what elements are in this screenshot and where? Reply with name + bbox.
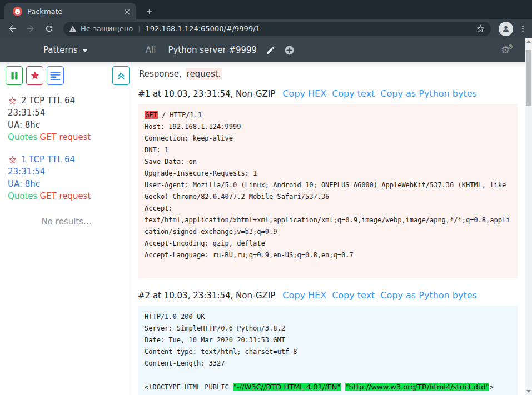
- stream-entry-title: 2 TCP TTL 64: [8, 94, 133, 107]
- stream-user-agent: UA: 8hc: [8, 119, 133, 131]
- url-divider: |: [138, 24, 140, 33]
- payload-line: User-Agent: Mozilla/5.0 (Linux; Android …: [145, 179, 511, 203]
- stream-entry[interactable]: 1 TCP TTL 6423:31:54UA: 8hcQuotesGET req…: [8, 153, 133, 202]
- back-button[interactable]: [4, 21, 20, 37]
- copy-action-link[interactable]: Copy as Python bytes: [380, 290, 477, 301]
- packet-header: #1 at 10.03, 23:31:54, Non-GZIPCopy HEXC…: [138, 88, 518, 99]
- packet-header: #2 at 10.03, 23:31:54, Non-GZIPCopy HEXC…: [138, 290, 518, 301]
- patterns-dropdown[interactable]: Patterns: [43, 45, 88, 55]
- stream-detail: Response, request. #1 at 10.03, 23:31:54…: [133, 62, 525, 395]
- scroll-up-arrow[interactable]: [525, 38, 532, 45]
- stream-entry[interactable]: 2 TCP TTL 6423:31:54UA: 8hcQuotesGET req…: [8, 94, 133, 143]
- stream-tag: GET request: [39, 132, 91, 142]
- packmate-favicon-icon: [13, 7, 22, 16]
- add-pattern-button[interactable]: [284, 45, 295, 56]
- page-scrollbar[interactable]: [525, 38, 532, 395]
- double-chevron-up-icon: [116, 71, 126, 81]
- stream-user-agent: UA: 8hc: [8, 178, 133, 190]
- bookmark-star-icon[interactable]: [476, 24, 485, 33]
- payload-line: Host: 192.168.1.124:9999: [145, 121, 511, 133]
- browser-tab-bar: Packmate: [0, 0, 532, 19]
- pause-capture-button[interactable]: [6, 66, 23, 85]
- payload-line: Accept: text/html,application/xhtml+xml,…: [145, 203, 511, 238]
- packet-payload[interactable]: HTTP/1.0 200 OKServer: SimpleHTTP/0.6 Py…: [138, 306, 518, 395]
- payload-line: Content-type: text/html; charset=utf-8: [145, 346, 511, 358]
- forward-arrow-icon: [25, 23, 36, 34]
- payload-line: Connection: keep-alive: [145, 133, 511, 144]
- payload-line: DNT: 1: [145, 144, 511, 156]
- stream-tags: QuotesGET request: [8, 190, 133, 202]
- payload-line: GET / HTTP/1.1: [145, 109, 511, 121]
- gear-small-icon: ⚙: [508, 44, 513, 50]
- copy-action-link[interactable]: Copy text: [332, 290, 375, 301]
- copy-action-link[interactable]: Copy as Python bytes: [380, 88, 477, 99]
- stream-list: 2 TCP TTL 6423:31:54UA: 8hcQuotesGET req…: [0, 85, 133, 202]
- stream-tag: GET request: [39, 191, 91, 201]
- reload-button[interactable]: [41, 21, 57, 37]
- forward-button[interactable]: [22, 21, 38, 37]
- payload-line: Upgrade-Insecure-Requests: 1: [145, 168, 511, 179]
- payload-line: <!DOCTYPE HTML PUBLIC "-//W3C//DTD HTML …: [145, 381, 511, 393]
- security-label[interactable]: Не защищено: [81, 24, 133, 33]
- back-arrow-icon: [7, 23, 18, 34]
- not-secure-warning-icon: [69, 25, 77, 33]
- payload-line: HTTP/1.0 200 OK: [145, 311, 511, 323]
- highlight-green: "-//W3C//DTD HTML 4.01//EN": [233, 383, 341, 391]
- favorites-filter-button[interactable]: [26, 66, 43, 85]
- new-tab-button[interactable]: [141, 3, 157, 19]
- packet-meta: #1 at 10.03, 23:31:54, Non-GZIP: [138, 89, 275, 99]
- packet-request: #1 at 10.03, 23:31:54, Non-GZIPCopy HEXC…: [138, 88, 518, 278]
- chevron-down-icon: [82, 49, 88, 52]
- pencil-icon: [266, 46, 275, 55]
- scroll-down-arrow[interactable]: [525, 388, 532, 395]
- packet-meta: #2 at 10.03, 23:31:54, Non-GZIP: [138, 291, 275, 301]
- star-icon: [30, 71, 40, 81]
- active-pattern-name[interactable]: Python server #9999: [168, 45, 257, 55]
- stream-time: 23:31:54: [8, 107, 133, 119]
- stream-entry-title: 1 TCP TTL 64: [8, 153, 133, 166]
- tab-close-icon[interactable]: [122, 6, 132, 16]
- profile-avatar[interactable]: [499, 22, 513, 36]
- page-content: 2 TCP TTL 6423:31:54UA: 8hcQuotesGET req…: [0, 62, 525, 395]
- content-view-button[interactable]: [47, 66, 64, 85]
- stream-sidebar: 2 TCP TTL 6423:31:54UA: 8hcQuotesGET req…: [0, 62, 133, 395]
- stream-time: 23:31:54: [8, 166, 133, 178]
- sidebar-toolbar: [0, 62, 133, 85]
- url-text[interactable]: 192.168.1.124:65000/#/9999/1: [146, 24, 476, 33]
- payload-line: [145, 369, 511, 381]
- payload-line: Accept-Encoding: gzip, deflate: [145, 238, 511, 249]
- app-header: Patterns All Python server #9999 ⚙ ⚙: [0, 38, 525, 62]
- stream-tags: QuotesGET request: [8, 131, 133, 143]
- stream-tag: Quotes: [8, 191, 37, 201]
- browser-window: Packmate Не защищено | 192.168.1.124:650…: [0, 0, 532, 395]
- edit-pattern-button[interactable]: [266, 46, 275, 55]
- address-bar[interactable]: Не защищено | 192.168.1.124:65000/#/9999…: [63, 22, 491, 36]
- packet-list: #1 at 10.03, 23:31:54, Non-GZIPCopy HEXC…: [138, 88, 518, 395]
- collapse-all-button[interactable]: [112, 66, 130, 85]
- payload-line: Server: SimpleHTTP/0.6 Python/3.8.2: [145, 323, 511, 334]
- settings-gears-icon[interactable]: ⚙ ⚙: [501, 45, 513, 55]
- pause-icon: [11, 72, 18, 80]
- payload-line: Save-Data: on: [145, 156, 511, 168]
- stream-tag: Quotes: [8, 132, 37, 142]
- tab-all-streams[interactable]: All: [146, 45, 156, 55]
- pattern-terms-line: Response, request.: [138, 69, 518, 79]
- browser-menu-kebab-icon[interactable]: [516, 22, 529, 36]
- favorite-star-icon[interactable]: [8, 155, 17, 164]
- copy-action-link[interactable]: Copy HEX: [282, 290, 326, 301]
- pattern-term: Response,: [138, 68, 183, 80]
- reload-icon: [44, 24, 54, 33]
- copy-action-link[interactable]: Copy text: [332, 88, 375, 99]
- plus-icon: [145, 7, 153, 16]
- pattern-term: request.: [186, 68, 222, 80]
- copy-action-link[interactable]: Copy HEX: [282, 88, 326, 99]
- browser-toolbar: Не защищено | 192.168.1.124:65000/#/9999…: [0, 19, 532, 38]
- packet-payload[interactable]: GET / HTTP/1.1Host: 192.168.1.124:9999Co…: [138, 104, 518, 278]
- payload-line: Content-Length: 3327: [145, 358, 511, 369]
- person-icon: [501, 24, 510, 33]
- favorite-star-icon[interactable]: [8, 96, 17, 106]
- browser-tab[interactable]: Packmate: [4, 3, 136, 19]
- text-lines-icon: [50, 71, 61, 80]
- scrollbar-thumb[interactable]: [526, 50, 531, 106]
- tab-title: Packmate: [27, 7, 122, 16]
